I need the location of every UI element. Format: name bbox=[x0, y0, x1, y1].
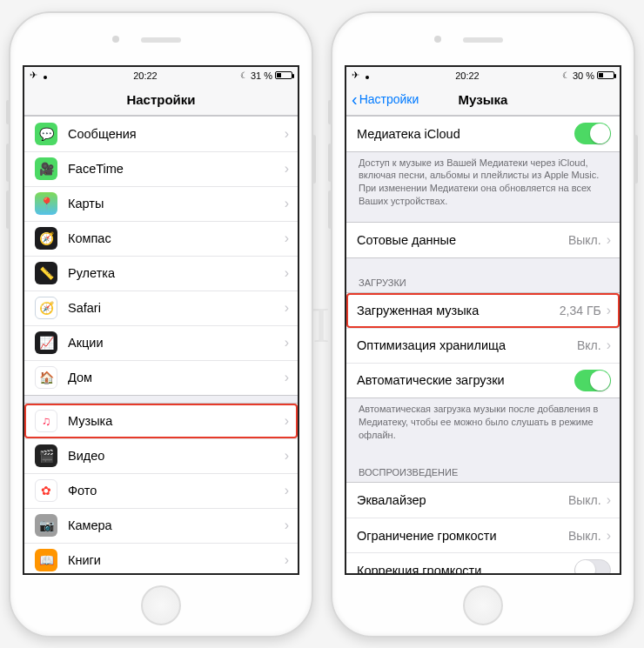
settings-row[interactable]: 📷Камера› bbox=[24, 508, 298, 543]
chevron-right-icon: › bbox=[607, 232, 611, 248]
chevron-left-icon: ‹ bbox=[352, 90, 358, 108]
battery-percent: 30 % bbox=[573, 70, 594, 81]
chevron-right-icon: › bbox=[285, 161, 289, 177]
volume-limit-cell[interactable]: Ограничение громкости Выкл. › bbox=[346, 518, 620, 552]
cellular-cell[interactable]: Сотовые данные Выкл. › bbox=[346, 223, 620, 257]
dnd-icon: ☾ bbox=[240, 70, 248, 80]
settings-row[interactable]: 🧭Safari› bbox=[24, 291, 298, 325]
chevron-right-icon: › bbox=[285, 483, 289, 498]
cell-value: Выкл. bbox=[568, 493, 601, 507]
chevron-right-icon: › bbox=[285, 448, 289, 464]
chevron-right-icon: › bbox=[285, 335, 289, 351]
auto-downloads-cell[interactable]: Автоматические загрузки bbox=[346, 363, 620, 397]
chevron-right-icon: › bbox=[607, 492, 611, 508]
eq-cell[interactable]: Эквалайзер Выкл. › bbox=[346, 483, 620, 518]
iphone-right: ✈︎ 20:22 ☾ 30 % ‹ Настройки Музыка Медиа… bbox=[331, 11, 635, 638]
cell-label: Карты bbox=[68, 197, 285, 210]
cell-label: Safari bbox=[68, 301, 285, 315]
downloads-header: ЗАГРУЗКИ bbox=[346, 265, 620, 292]
cell-value: 2,34 ГБ bbox=[560, 304, 601, 317]
playback-header: ВОСПРОИЗВЕДЕНИЕ bbox=[346, 455, 620, 482]
cell-label: Сотовые данные bbox=[357, 233, 568, 247]
airplane-icon: ✈︎ bbox=[352, 70, 359, 81]
cell-label: Акции bbox=[68, 336, 285, 350]
music-icon: ♫ bbox=[35, 410, 57, 432]
chevron-right-icon: › bbox=[285, 126, 289, 142]
safari-icon: 🧭 bbox=[35, 297, 57, 319]
cell-label: Оптимизация хранилища bbox=[357, 338, 577, 352]
stocks-icon: 📈 bbox=[35, 331, 57, 354]
cell-label: Компас bbox=[68, 231, 285, 245]
cell-label: Автоматические загрузки bbox=[357, 373, 574, 387]
chevron-right-icon: › bbox=[285, 265, 289, 281]
cell-label: Дом bbox=[68, 371, 285, 384]
toggle-soundcheck[interactable] bbox=[574, 559, 611, 572]
page-title: Музыка bbox=[459, 92, 508, 107]
settings-row[interactable]: 🎥FaceTime› bbox=[24, 151, 298, 186]
page-title: Настройки bbox=[126, 92, 195, 107]
toggle-auto-downloads[interactable] bbox=[574, 370, 611, 391]
downloaded-music-cell[interactable]: Загруженная музыка 2,34 ГБ › bbox=[346, 293, 620, 328]
settings-row[interactable]: 📖Книги› bbox=[24, 543, 298, 573]
messages-icon: 💬 bbox=[35, 123, 57, 145]
chevron-right-icon: › bbox=[607, 303, 611, 318]
chevron-right-icon: › bbox=[607, 337, 611, 353]
cell-label: Рулетка bbox=[68, 266, 285, 280]
cell-label: Загруженная музыка bbox=[357, 304, 560, 317]
settings-row[interactable]: 🎬Видео› bbox=[24, 438, 298, 473]
chevron-right-icon: › bbox=[607, 528, 611, 544]
settings-row[interactable]: 💬Сообщения› bbox=[24, 117, 298, 151]
nav-bar: ‹ Настройки Музыка bbox=[346, 84, 620, 116]
home-button[interactable] bbox=[141, 585, 181, 625]
chevron-right-icon: › bbox=[285, 230, 289, 246]
battery-percent: 31 % bbox=[251, 70, 272, 81]
settings-row[interactable]: 📏Рулетка› bbox=[24, 256, 298, 291]
status-time: 20:22 bbox=[133, 70, 158, 81]
settings-row[interactable]: 📈Акции› bbox=[24, 325, 298, 360]
chevron-right-icon: › bbox=[285, 552, 289, 568]
cell-label: Коррекция громкости bbox=[357, 564, 574, 573]
books-icon: 📖 bbox=[35, 549, 57, 571]
chevron-right-icon: › bbox=[285, 413, 289, 429]
back-button[interactable]: ‹ Настройки bbox=[352, 84, 419, 115]
settings-row[interactable]: ♫Музыка› bbox=[24, 404, 298, 438]
icloud-library-cell[interactable]: Медиатека iCloud bbox=[346, 117, 620, 151]
chevron-right-icon: › bbox=[285, 196, 289, 211]
status-bar: ✈︎ 20:22 ☾ 31 % bbox=[24, 67, 298, 84]
home-icon: 🏠 bbox=[35, 366, 57, 389]
iphone-left: ✈︎ 20:22 ☾ 31 % Настройки 💬Сообщения›🎥Fa… bbox=[9, 11, 313, 638]
cell-label: Медиатека iCloud bbox=[357, 127, 574, 141]
cell-value: Выкл. bbox=[568, 529, 601, 543]
measure-icon: 📏 bbox=[35, 262, 57, 284]
camera-icon: 📷 bbox=[35, 514, 57, 537]
settings-row[interactable]: 🏠Дом› bbox=[24, 360, 298, 395]
battery-icon bbox=[275, 71, 292, 79]
photos-icon: ✿ bbox=[35, 479, 57, 502]
wifi-icon bbox=[362, 71, 372, 79]
cell-label: Музыка bbox=[68, 414, 285, 428]
dnd-icon: ☾ bbox=[562, 70, 570, 80]
cell-label: Ограничение громкости bbox=[357, 529, 568, 543]
wifi-icon bbox=[40, 71, 50, 79]
toggle-icloud[interactable] bbox=[574, 123, 611, 144]
settings-row[interactable]: ✿Фото› bbox=[24, 473, 298, 508]
cell-label: Камера bbox=[68, 518, 285, 532]
chevron-right-icon: › bbox=[285, 518, 289, 533]
sound-check-cell[interactable]: Коррекция громкости bbox=[346, 552, 620, 572]
chevron-right-icon: › bbox=[285, 300, 289, 316]
settings-row[interactable]: 🧭Компас› bbox=[24, 221, 298, 256]
optimize-storage-cell[interactable]: Оптимизация хранилища Вкл. › bbox=[346, 328, 620, 363]
maps-icon: 📍 bbox=[35, 192, 57, 215]
settings-row[interactable]: 📍Карты› bbox=[24, 186, 298, 221]
battery-icon bbox=[597, 71, 614, 79]
cell-label: Сообщения bbox=[68, 127, 285, 141]
compass-icon: 🧭 bbox=[35, 227, 57, 250]
home-button[interactable] bbox=[463, 585, 503, 625]
cell-label: FaceTime bbox=[68, 162, 285, 176]
status-bar: ✈︎ 20:22 ☾ 30 % bbox=[346, 67, 620, 84]
cell-value: Вкл. bbox=[577, 338, 601, 352]
auto-footer: Автоматическая загрузка музыки после доб… bbox=[346, 398, 620, 449]
icloud-footer: Доступ к музыке из Вашей Медиатеки через… bbox=[346, 152, 620, 215]
cell-label: Книги bbox=[68, 553, 285, 567]
videos-icon: 🎬 bbox=[35, 444, 57, 467]
